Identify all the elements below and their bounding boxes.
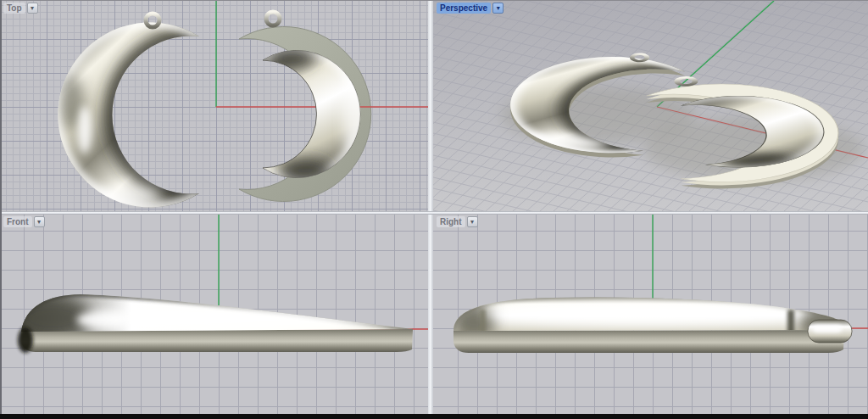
window-bottom-bar bbox=[0, 414, 868, 419]
base-slab bbox=[21, 329, 413, 352]
viewport-front-label[interactable]: Front bbox=[3, 216, 32, 227]
viewport-front-label-row: Front ▾ bbox=[3, 216, 45, 227]
chevron-down-icon[interactable]: ▾ bbox=[34, 216, 45, 227]
viewport-top-label[interactable]: Top bbox=[3, 3, 25, 14]
viewport-right-label[interactable]: Right bbox=[437, 216, 465, 227]
bail-ring bbox=[676, 77, 697, 86]
cad-four-viewport-workspace: Top ▾ bbox=[0, 0, 868, 419]
metal-crescent-top-view[interactable] bbox=[58, 22, 199, 207]
perspective-scene bbox=[433, 1, 868, 211]
bail-ring-right[interactable] bbox=[266, 12, 280, 25]
base-slab bbox=[453, 330, 844, 353]
chevron-down-icon[interactable]: ▾ bbox=[492, 3, 504, 14]
pendant-side-profile-right[interactable] bbox=[452, 297, 852, 353]
chevron-down-icon[interactable]: ▾ bbox=[467, 216, 478, 227]
viewport-splitter-vertical[interactable] bbox=[428, 1, 433, 414]
viewport-right-label-row: Right ▾ bbox=[437, 216, 478, 227]
chevron-down-icon[interactable]: ▾ bbox=[27, 3, 38, 14]
viewport-top-label-row: Top ▾ bbox=[3, 3, 38, 14]
bail-ring-edge-on bbox=[808, 320, 852, 343]
viewport-perspective-label-row: Perspective ▾ bbox=[437, 3, 504, 14]
pendant-side-profile-front[interactable] bbox=[14, 294, 413, 353]
top-scene bbox=[0, 1, 428, 211]
viewport-perspective-label[interactable]: Perspective bbox=[437, 3, 491, 14]
left-end-shadow bbox=[18, 327, 33, 353]
right-scene bbox=[433, 215, 868, 414]
viewport-perspective[interactable]: Perspective ▾ bbox=[433, 1, 868, 211]
viewport-front[interactable]: Front ▾ bbox=[0, 215, 428, 414]
window-left-edge bbox=[0, 0, 2, 414]
viewport-top[interactable]: Top ▾ bbox=[0, 1, 428, 211]
bail-ring bbox=[631, 53, 648, 62]
front-scene bbox=[0, 215, 428, 414]
viewport-splitter-horizontal[interactable] bbox=[0, 211, 868, 215]
bail-ring-left[interactable] bbox=[146, 14, 159, 27]
viewport-right[interactable]: Right ▾ bbox=[433, 215, 868, 414]
